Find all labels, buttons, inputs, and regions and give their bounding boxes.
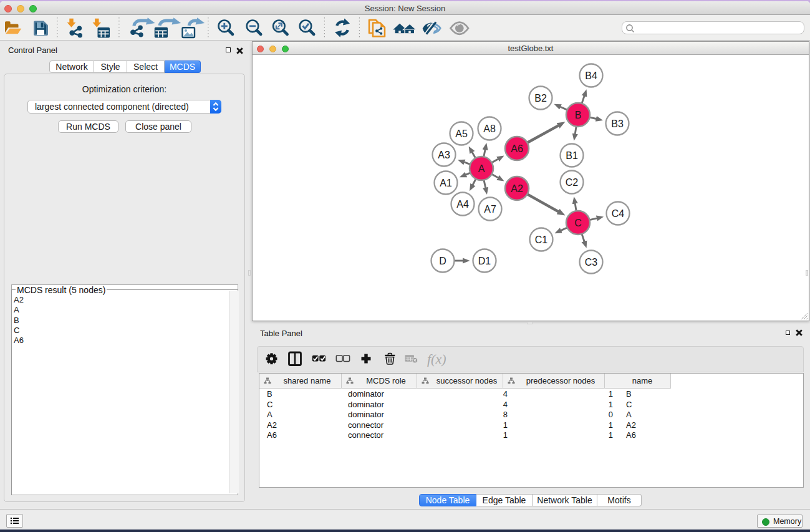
- svg-text:B3: B3: [611, 118, 624, 129]
- svg-text:A7: A7: [484, 204, 496, 215]
- svg-text:A6: A6: [511, 143, 523, 154]
- svg-text:D: D: [439, 256, 446, 266]
- svg-text:A4: A4: [456, 199, 469, 210]
- svg-text:A2: A2: [511, 183, 523, 194]
- svg-text:f(x): f(x): [427, 351, 446, 367]
- svg-text:D1: D1: [478, 256, 491, 266]
- svg-text:C: C: [574, 218, 582, 228]
- svg-text:B4: B4: [585, 70, 597, 81]
- svg-text:B2: B2: [534, 93, 547, 104]
- svg-text:C3: C3: [585, 257, 598, 268]
- svg-text:A1: A1: [440, 178, 452, 188]
- svg-text:A5: A5: [455, 128, 468, 139]
- svg-text:C2: C2: [566, 177, 579, 188]
- svg-text:A: A: [478, 163, 485, 174]
- svg-text:A8: A8: [483, 123, 496, 134]
- svg-text:C4: C4: [612, 208, 625, 219]
- svg-text:A3: A3: [438, 150, 450, 160]
- svg-text:B: B: [575, 110, 582, 120]
- svg-text:B1: B1: [566, 150, 578, 161]
- svg-text:C1: C1: [535, 235, 548, 245]
